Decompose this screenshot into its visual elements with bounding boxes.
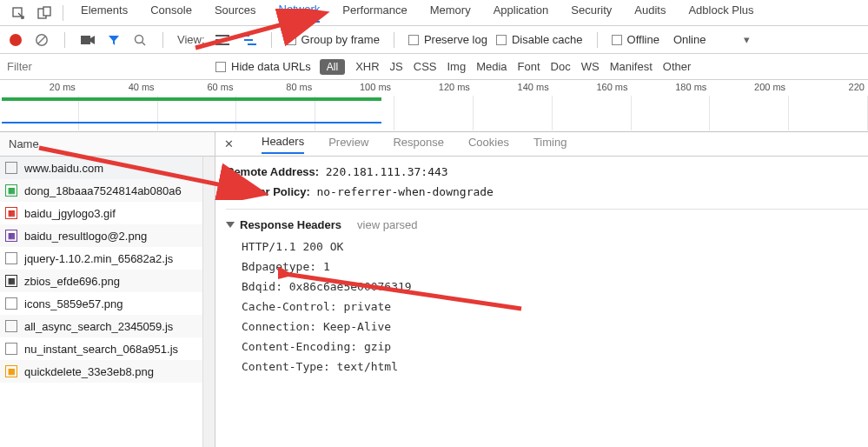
response-headers-lines: HTTP/1.1 200 OKBdpagetype: 1Bdqid: 0x86c… [226, 237, 868, 377]
request-type-filters: All XHR JS CSS Img Media Font Doc WS Man… [320, 59, 692, 75]
image-file-icon: ▦ [5, 275, 17, 287]
svg-rect-9 [215, 39, 229, 41]
preserve-log-label: Preserve log [424, 33, 487, 46]
type-all[interactable]: All [320, 59, 345, 75]
svg-rect-2 [43, 7, 50, 16]
type-media[interactable]: Media [476, 60, 507, 73]
request-list[interactable]: www.baidu.com▦dong_18baaa7524814ab080a6▦… [0, 157, 202, 447]
request-row[interactable]: ▦baidu_resultlogo@2.png [0, 224, 202, 247]
request-name: quickdelete_33e3eb8.png [24, 365, 202, 378]
disable-cache-checkbox[interactable]: Disable cache [496, 33, 583, 46]
timeline-tick: 180 ms [632, 82, 711, 97]
record-icon[interactable] [7, 31, 24, 49]
timeline-tick: 120 ms [394, 82, 474, 97]
type-css[interactable]: CSS [414, 60, 437, 73]
request-row[interactable]: ▦zbios_efde696.png [0, 270, 202, 292]
inspect-icon[interactable] [10, 5, 26, 21]
referrer-policy-key: Referrer Policy: [226, 185, 310, 198]
type-doc[interactable]: Doc [551, 60, 571, 73]
request-list-panel: Name www.baidu.com▦dong_18baaa7524814ab0… [0, 132, 215, 447]
type-img[interactable]: Img [447, 60, 466, 73]
details-tab-preview[interactable]: Preview [328, 136, 368, 153]
image-file-icon: ▦ [5, 230, 17, 242]
view-waterfall-icon[interactable] [240, 31, 257, 49]
caret-down-icon [226, 222, 235, 228]
view-list-icon[interactable] [214, 31, 231, 49]
response-headers-section[interactable]: Response Headers view parsed [226, 209, 868, 237]
document-file-icon [5, 252, 17, 264]
request-row[interactable]: ▦quickdelete_33e3eb8.png [0, 360, 202, 383]
type-font[interactable]: Font [518, 60, 540, 73]
filter-bar: Hide data URLs All XHR JS CSS Img Media … [0, 54, 868, 80]
details-tab-response[interactable]: Response [393, 136, 444, 153]
details-tab-headers[interactable]: Headers [262, 135, 304, 154]
response-header-line: Content-Encoding: gzip [226, 337, 868, 357]
clear-icon[interactable] [33, 31, 50, 49]
throttling-select[interactable]: Online▾ [668, 31, 756, 48]
tab-console[interactable]: Console [150, 3, 192, 22]
tab-audits[interactable]: Audits [634, 3, 666, 22]
response-header-line: Cache-Control: private [226, 297, 868, 317]
preserve-log-checkbox[interactable]: Preserve log [408, 33, 487, 46]
request-row[interactable]: ▦baidu_jgylogo3.gif [0, 202, 202, 224]
view-label: View: [177, 33, 205, 46]
throttling-value: Online [673, 33, 706, 46]
details-tab-cookies[interactable]: Cookies [468, 136, 509, 153]
image-file-icon: ▦ [5, 207, 17, 219]
offline-label: Offline [627, 33, 659, 46]
tab-sources[interactable]: Sources [215, 3, 256, 22]
request-details-panel: ✕ Headers Preview Response Cookies Timin… [215, 132, 868, 447]
timeline-overview[interactable]: 20 ms 40 ms 60 ms 80 ms 100 ms 120 ms 14… [0, 80, 868, 132]
details-tabs: ✕ Headers Preview Response Cookies Timin… [215, 132, 868, 157]
details-tab-timing[interactable]: Timing [533, 136, 567, 153]
request-row[interactable]: jquery-1.10.2.min_65682a2.js [0, 247, 202, 270]
separator [597, 32, 598, 48]
camera-icon[interactable] [79, 31, 96, 49]
type-other[interactable]: Other [663, 60, 692, 73]
hide-data-urls-label: Hide data URLs [231, 60, 311, 73]
name-column-header[interactable]: Name [0, 132, 215, 157]
timeline-transfer-bar [2, 97, 381, 101]
separator [394, 32, 394, 48]
request-row[interactable]: ▦dong_18baaa7524814ab080a6 [0, 179, 202, 202]
tab-elements[interactable]: Elements [81, 3, 128, 22]
tab-adblock[interactable]: Adblock Plus [688, 3, 753, 22]
tab-security[interactable]: Security [571, 3, 612, 22]
offline-checkbox[interactable]: Offline [612, 33, 659, 46]
type-ws[interactable]: WS [581, 60, 600, 73]
device-toggle-icon[interactable] [36, 5, 52, 21]
view-parsed-link[interactable]: view parsed [357, 218, 417, 231]
close-details-icon[interactable]: ✕ [221, 137, 237, 150]
document-file-icon [5, 343, 17, 355]
network-toolbar: View: Group by frame Preserve log Disabl… [0, 26, 868, 54]
search-icon[interactable] [131, 31, 149, 49]
panel-tabs: Elements Console Sources Network Perform… [81, 3, 754, 23]
tab-performance[interactable]: Performance [342, 3, 407, 22]
svg-rect-10 [215, 43, 229, 45]
request-row[interactable]: all_async_search_2345059.js [0, 315, 202, 337]
tab-application[interactable]: Application [494, 3, 549, 22]
request-row[interactable]: icons_5859e57.png [0, 292, 202, 315]
request-row[interactable]: nu_instant_search_068a951.js [0, 337, 202, 360]
filter-toggle-icon[interactable] [105, 31, 123, 49]
type-manifest[interactable]: Manifest [610, 60, 653, 73]
response-header-line: HTTP/1.1 200 OK [226, 237, 868, 257]
request-row[interactable]: www.baidu.com [0, 157, 202, 179]
timeline-tick: 100 ms [315, 82, 394, 97]
svg-rect-5 [81, 36, 90, 44]
response-header-line: Bdqid: 0x86c6ae5e00076319 [226, 277, 868, 297]
remote-address: Remote Address: 220.181.111.37:443 [226, 162, 868, 182]
svg-rect-8 [215, 35, 229, 37]
image-file-icon: ▦ [5, 365, 17, 377]
request-name: jquery-1.10.2.min_65682a2.js [24, 252, 202, 265]
hide-data-urls-checkbox[interactable]: Hide data URLs [215, 60, 311, 73]
tab-memory[interactable]: Memory [430, 3, 471, 22]
type-js[interactable]: JS [390, 60, 403, 73]
request-list-scrollbar[interactable] [202, 157, 215, 447]
svg-point-6 [136, 35, 143, 43]
tab-network[interactable]: Network [279, 3, 321, 23]
filter-input[interactable] [7, 60, 207, 73]
timeline-tick: 220 [789, 82, 868, 97]
type-xhr[interactable]: XHR [355, 60, 379, 73]
group-by-frame-checkbox[interactable]: Group by frame [286, 33, 380, 46]
